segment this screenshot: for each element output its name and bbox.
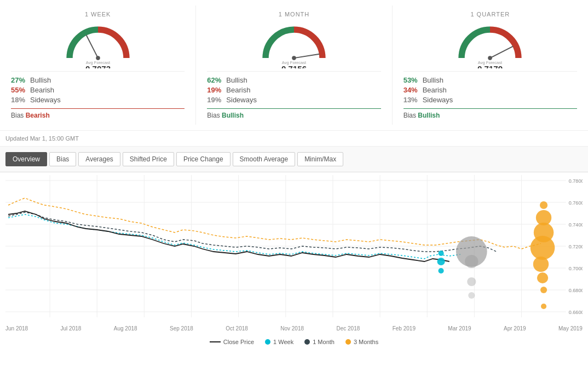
svg-text:0.6800: 0.6800 [569,288,583,293]
tab-averages[interactable]: Averages [78,152,120,166]
sideways-row-week: 18% Sideways [11,96,185,104]
main-chart: 0.7800 0.7600 0.7400 0.7200 0.7000 0.680… [5,175,583,323]
svg-text:0.7156: 0.7156 [281,64,307,68]
gauge-svg-quarter: Avg Forecast 0.7179 [449,22,531,68]
svg-text:0.7200: 0.7200 [569,244,583,249]
svg-point-38 [465,255,478,268]
bearish-pct-quarter: 34% [403,86,423,94]
svg-point-45 [533,257,549,272]
close-price-line [210,341,221,342]
x-label-oct2018: Oct 2018 [226,325,248,332]
svg-text:0.7800: 0.7800 [569,178,583,184]
x-label-jun2018: Jun 2018 [5,325,28,332]
tab-bias[interactable]: Bias [49,152,76,166]
bullish-row-month: 62% Bullish [207,76,381,84]
sideways-pct-month: 19% [207,96,226,104]
svg-point-5 [292,56,296,60]
legend-1-week: 1 Week [265,339,293,345]
gauge-svg-month: Avg Forecast 0.7156 [253,22,335,68]
panel-title-month: 1 MONTH [279,11,310,18]
sideways-pct-week: 18% [11,96,30,104]
panel-title-quarter: 1 QUARTER [470,11,510,18]
svg-point-40 [468,292,475,299]
x-label-sep2018: Sep 2018 [170,325,193,332]
svg-text:0.6600: 0.6600 [569,310,583,315]
svg-text:0.7179: 0.7179 [477,64,503,68]
bias-row-month: Bias Bullish [207,108,381,119]
sideways-pct-quarter: 13% [403,96,423,104]
bearish-pct-month: 19% [207,86,226,94]
stats-week: 27% Bullish 55% Bearish 18% Sideways Bia… [11,71,185,119]
gauge-week: Avg Forecast 0.7073 [57,22,139,66]
svg-line-0 [86,35,97,58]
svg-point-51 [439,268,444,274]
tab-price-change[interactable]: Price Change [176,152,230,166]
svg-point-49 [439,251,444,256]
1-week-label: 1 Week [273,339,293,345]
chart-legend: Close Price 1 Week 1 Month 3 Months [0,334,588,350]
updated-text: Updated Mar 1, 15:00 GMT [5,135,79,142]
gauge-quarter: Avg Forecast 0.7179 [449,22,531,66]
svg-point-41 [540,201,547,209]
svg-point-44 [531,236,555,260]
tab-smooth-average[interactable]: Smooth Average [233,152,296,166]
bias-value-month: Bullish [222,112,244,119]
svg-point-47 [540,287,547,293]
x-label-aug2018: Aug 2018 [114,325,137,332]
bearish-label-quarter: Bearish [423,86,447,94]
x-label-apr2019: Apr 2019 [504,325,526,332]
bullish-label-quarter: Bullish [423,76,443,84]
sideways-label-month: Sideways [226,96,257,104]
legend-3-months: 3 Months [345,339,378,345]
gauge-svg-week: Avg Forecast 0.7073 [57,22,139,68]
x-label-may2019: May 2019 [558,325,583,332]
bearish-row-week: 55% Bearish [11,86,185,94]
sideways-row-quarter: 13% Sideways [403,96,577,104]
stats-month: 62% Bullish 19% Bearish 19% Sideways Bia… [207,71,381,119]
x-label-dec2018: Dec 2018 [336,325,360,332]
bearish-row-quarter: 34% Bearish [403,86,577,94]
svg-point-9 [488,56,493,60]
svg-text:0.7400: 0.7400 [569,222,583,228]
svg-point-1 [96,56,100,60]
tabs-section: OverviewBiasAveragesShifted PricePrice C… [0,147,588,172]
x-label-feb2019: Feb 2019 [393,325,416,332]
x-axis: Jun 2018 Jul 2018 Aug 2018 Sep 2018 Oct … [0,323,588,334]
svg-point-48 [541,304,546,309]
sideways-label-week: Sideways [30,96,61,104]
bias-row-quarter: Bias Bullish [403,108,577,119]
svg-point-46 [537,272,548,283]
tab-overview[interactable]: Overview [5,152,47,166]
top-section: 1 WEEK Avg Forecast 0.7073 [0,0,588,131]
forecast-panel-quarter: 1 QUARTER Avg Forecast 0.7179 [393,5,588,125]
bullish-pct-week: 27% [11,76,30,84]
stats-quarter: 53% Bullish 34% Bearish 13% Sideways Bia… [403,71,577,119]
svg-line-8 [490,46,513,58]
bias-label-month: Bias [207,112,222,119]
close-price-label: Close Price [223,339,254,345]
bullish-label-week: Bullish [30,76,51,84]
bias-label-week: Bias [11,112,26,119]
x-label-jul2018: Jul 2018 [61,325,82,332]
tab-shifted-price[interactable]: Shifted Price [123,152,174,166]
bias-label-quarter: Bias [403,112,418,119]
1-month-dot [304,339,310,345]
bearish-row-month: 19% Bearish [207,86,381,94]
svg-text:0.7000: 0.7000 [569,266,583,271]
tab-minim-max[interactable]: Minim/Max [297,152,343,166]
bearish-pct-week: 55% [11,86,30,94]
updated-bar: Updated Mar 1, 15:00 GMT [0,131,588,147]
bullish-row-quarter: 53% Bullish [403,76,577,84]
panel-title-week: 1 WEEK [85,11,111,18]
legend-close-price: Close Price [210,339,254,345]
sideways-row-month: 19% Sideways [207,96,381,104]
3-months-dot [345,339,351,345]
3-months-label: 3 Months [354,339,378,345]
forecast-panel-month: 1 MONTH Avg Forecast 0.7156 [196,5,392,125]
svg-text:0.7600: 0.7600 [569,200,583,206]
gauge-month: Avg Forecast 0.7156 [253,22,335,66]
bias-row-week: Bias Bearish [11,108,185,119]
bias-value-quarter: Bullish [418,112,440,119]
forecast-panel-week: 1 WEEK Avg Forecast 0.7073 [0,5,196,125]
svg-text:0.7073: 0.7073 [85,64,111,68]
